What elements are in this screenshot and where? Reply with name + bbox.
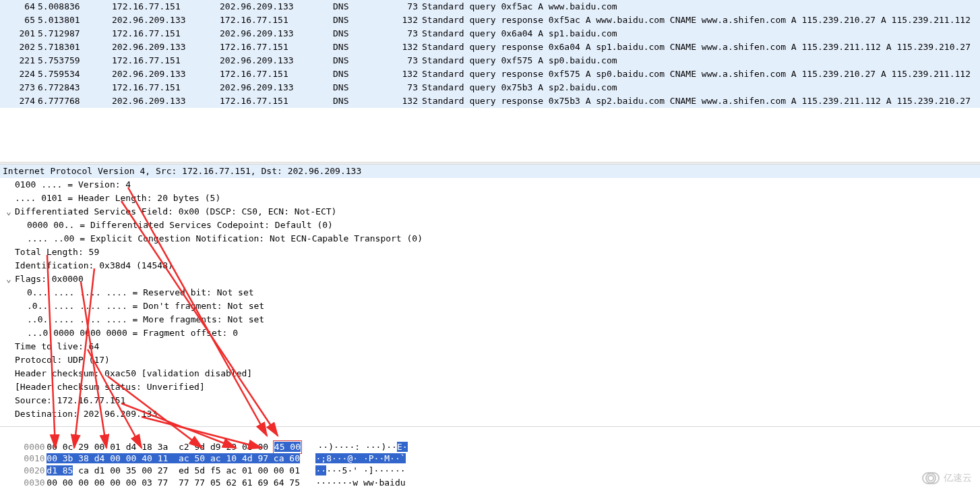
detail-line[interactable]: .0.. .... .... .... = Don't fragment: No… [0, 299, 980, 313]
detail-text: Total Length: 59 [15, 247, 99, 257]
col-protocol: DNS [333, 54, 391, 67]
detail-line[interactable]: ⌄Differentiated Services Field: 0x00 (DS… [0, 205, 980, 219]
detail-line[interactable]: 0000 00.. = Differentiated Services Code… [0, 219, 980, 232]
col-source: 172.16.77.151 [112, 54, 220, 67]
expand-icon[interactable]: ⌄ [4, 272, 13, 286]
col-info: Standard query response 0xf5ac A www.bai… [422, 13, 980, 27]
detail-line[interactable]: .... ..00 = Explicit Congestion Notifica… [0, 232, 980, 246]
byte-offset: 0000 [24, 441, 47, 453]
col-info: Standard query 0xf5ac A www.baidu.com [422, 0, 980, 13]
byte-offset: 0030 [24, 477, 47, 489]
packet-row[interactable]: 645.008836172.16.77.151202.96.209.133DNS… [0, 0, 980, 13]
col-length: 73 [391, 0, 422, 13]
cloud-icon [922, 472, 940, 484]
col-no: 202 [0, 40, 38, 54]
col-no: 65 [0, 13, 38, 27]
col-destination: 202.96.209.133 [220, 27, 333, 40]
byte-offset: 0020 [24, 465, 47, 477]
col-no: 274 [0, 94, 38, 108]
detail-line[interactable]: Identification: 0x38d4 (14548) [0, 259, 980, 272]
detail-line[interactable]: 0100 .... = Version: 4 [0, 178, 980, 192]
detail-text: ...0 0000 0000 0000 = Fragment offset: 0 [27, 328, 238, 338]
packet-row[interactable]: 2025.718301202.96.209.133172.16.77.151DN… [0, 40, 980, 54]
detail-text: .... ..00 = Explicit Congestion Notifica… [27, 233, 423, 243]
detail-text: Differentiated Services Field: 0x00 (DSC… [15, 206, 336, 216]
detail-text: Flags: 0x0000 [15, 274, 84, 284]
col-time: 6.772843 [38, 81, 112, 94]
detail-line[interactable]: Header checksum: 0xac50 [validation disa… [0, 367, 980, 380]
col-time: 5.718301 [38, 40, 112, 54]
packet-bytes-pane[interactable]: 000000 0c 29 00 01 d4 18 3a c2 9d d9 29 … [0, 426, 980, 491]
detail-line[interactable]: Total Length: 59 [0, 246, 980, 259]
packet-row[interactable]: 2736.772843172.16.77.151202.96.209.133DN… [0, 81, 980, 94]
col-source: 172.16.77.151 [112, 27, 220, 40]
expand-icon[interactable]: ⌄ [4, 205, 13, 219]
col-no: 224 [0, 67, 38, 81]
detail-line[interactable]: ⌄Flags: 0x0000 [0, 272, 980, 286]
col-info: Standard query response 0x75b3 A sp2.bai… [422, 94, 980, 108]
detail-line[interactable]: ...0 0000 0000 0000 = Fragment offset: 0 [0, 326, 980, 340]
col-protocol: DNS [333, 0, 391, 13]
packet-row[interactable]: 2245.759534202.96.209.133172.16.77.151DN… [0, 67, 980, 81]
detail-text: ..0. .... .... .... = More fragments: No… [27, 314, 264, 324]
col-info: Standard query response 0x6a04 A sp1.bai… [422, 40, 980, 54]
col-destination: 172.16.77.151 [220, 13, 333, 27]
col-time: 5.712987 [38, 27, 112, 40]
col-protocol: DNS [333, 13, 391, 27]
detail-text: Identification: 0x38d4 (14548) [15, 260, 173, 270]
col-source: 202.96.209.133 [112, 40, 220, 54]
detail-text: 0000 00.. = Differentiated Services Code… [27, 220, 333, 230]
col-no: 273 [0, 81, 38, 94]
col-info: Standard query 0xf575 A sp0.baidu.com [422, 54, 980, 67]
detail-text: Source: 172.16.77.151 [15, 395, 125, 405]
watermark: 亿速云 [922, 472, 972, 484]
detail-text: Header checksum: 0xac50 [validation disa… [15, 368, 252, 378]
col-source: 172.16.77.151 [112, 0, 220, 13]
packet-list-pane[interactable]: 645.008836172.16.77.151202.96.209.133DNS… [0, 0, 980, 108]
detail-line[interactable]: ..0. .... .... .... = More fragments: No… [0, 313, 980, 326]
packet-list-empty-area [0, 108, 980, 162]
detail-line[interactable]: Protocol: UDP (17) [0, 353, 980, 367]
detail-line[interactable]: 0... .... .... .... = Reserved bit: Not … [0, 286, 980, 299]
detail-text: Destination: 202.96.209.133 [15, 409, 157, 419]
packet-row[interactable]: 655.013801202.96.209.133172.16.77.151DNS… [0, 13, 980, 27]
detail-line[interactable]: Source: 172.16.77.151 [0, 394, 980, 407]
col-protocol: DNS [333, 67, 391, 81]
col-time: 5.008836 [38, 0, 112, 13]
col-source: 202.96.209.133 [112, 94, 220, 108]
col-time: 5.759534 [38, 67, 112, 81]
col-time: 5.753759 [38, 54, 112, 67]
col-destination: 202.96.209.133 [220, 81, 333, 94]
detail-line[interactable]: Destination: 202.96.209.133 [0, 407, 980, 421]
detail-text: 0... .... .... .... = Reserved bit: Not … [27, 287, 254, 297]
detail-text: .... 0101 = Header Length: 20 bytes (5) [15, 193, 220, 203]
packet-row[interactable]: 2215.753759172.16.77.151202.96.209.133DN… [0, 54, 980, 67]
col-destination: 172.16.77.151 [220, 67, 333, 81]
col-length: 132 [391, 94, 422, 108]
packet-details-pane[interactable]: Internet Protocol Version 4, Src: 172.16… [0, 165, 980, 426]
col-length: 132 [391, 67, 422, 81]
col-info: Standard query 0x75b3 A sp2.baidu.com [422, 81, 980, 94]
packet-row[interactable]: 2746.777768202.96.209.133172.16.77.151DN… [0, 94, 980, 108]
col-destination: 172.16.77.151 [220, 40, 333, 54]
col-destination: 202.96.209.133 [220, 0, 333, 13]
watermark-text: 亿速云 [944, 472, 972, 484]
packet-row[interactable]: 2015.712987172.16.77.151202.96.209.133DN… [0, 27, 980, 40]
detail-text: Protocol: UDP (17) [15, 355, 110, 365]
col-no: 221 [0, 54, 38, 67]
detail-text: Time to live: 64 [15, 341, 99, 351]
col-source: 172.16.77.151 [112, 81, 220, 94]
col-length: 73 [391, 27, 422, 40]
ip-header-line[interactable]: Internet Protocol Version 4, Src: 172.16… [0, 165, 980, 178]
col-no: 201 [0, 27, 38, 40]
col-protocol: DNS [333, 94, 391, 108]
col-length: 73 [391, 54, 422, 67]
col-info: Standard query 0x6a04 A sp1.baidu.com [422, 27, 980, 40]
col-destination: 202.96.209.133 [220, 54, 333, 67]
bytes-row-0000[interactable]: 000000 0c 29 00 01 d4 18 3a c2 9d d9 29 … [3, 428, 977, 440]
detail-line[interactable]: .... 0101 = Header Length: 20 bytes (5) [0, 192, 980, 205]
detail-line[interactable]: Time to live: 64 [0, 340, 980, 353]
col-info: Standard query response 0xf575 A sp0.bai… [422, 67, 980, 81]
detail-line[interactable]: [Header checksum status: Unverified] [0, 380, 980, 394]
col-time: 6.777768 [38, 94, 112, 108]
